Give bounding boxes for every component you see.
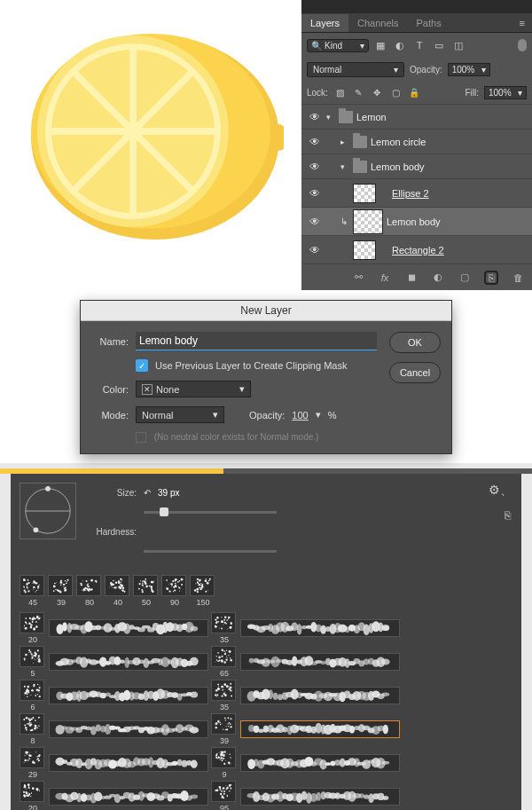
svg-point-674	[35, 752, 36, 753]
cancel-button[interactable]: Cancel	[389, 362, 441, 383]
tab-channels[interactable]: Channels	[348, 14, 407, 32]
brush-preset[interactable]: 90	[161, 575, 188, 607]
lock-label: Lock:	[307, 88, 328, 98]
brush-stroke-preview[interactable]	[49, 619, 208, 637]
mode-select[interactable]: Normal▾	[136, 406, 224, 423]
brush-preset[interactable]: 20	[20, 612, 46, 644]
svg-point-124	[121, 585, 123, 587]
blend-mode-select[interactable]: Normal▾	[307, 62, 404, 77]
lock-artboard-icon[interactable]: ▢	[389, 86, 403, 99]
layer-group-circle[interactable]: 👁 ▸ Lemon circle	[301, 129, 532, 153]
brush-stroke-preview[interactable]	[240, 619, 400, 637]
brush-preset[interactable]: 35	[211, 612, 238, 644]
brush-stroke-preview[interactable]	[240, 788, 400, 806]
brush-stroke-preview[interactable]	[49, 687, 208, 704]
disclosure-icon[interactable]: ▾	[340, 162, 349, 171]
adjustment-layer-icon[interactable]: ◐	[431, 271, 445, 285]
svg-point-668	[24, 759, 27, 762]
layer-group-new-icon[interactable]: ▢	[458, 271, 472, 285]
svg-point-177	[175, 583, 176, 585]
svg-point-410	[249, 658, 254, 664]
filter-shape-icon[interactable]: ▭	[431, 37, 447, 53]
brush-stroke-preview[interactable]	[49, 754, 208, 772]
tab-paths[interactable]: Paths	[408, 14, 450, 32]
visibility-icon[interactable]: 👁	[307, 161, 323, 173]
layer-fx-icon[interactable]: fx	[378, 271, 392, 285]
filter-smart-icon[interactable]: ◫	[450, 37, 466, 53]
layer-mask-icon[interactable]: ◼	[404, 271, 419, 285]
lock-all-icon[interactable]: 🔒	[408, 86, 421, 99]
filter-pixel-icon[interactable]: ▦	[372, 37, 388, 53]
disclosure-icon[interactable]: ▾	[326, 113, 335, 122]
brush-stroke-preview[interactable]	[240, 687, 400, 704]
new-preset-icon[interactable]: ⎘	[505, 509, 511, 522]
brush-preset[interactable]: 65	[211, 646, 238, 678]
filter-toggle[interactable]	[518, 39, 527, 51]
layer-rectangle-2[interactable]: 👁 Rectangle 2	[301, 235, 532, 263]
brush-stroke-preview[interactable]	[240, 653, 400, 671]
brush-preset[interactable]: 35	[211, 680, 238, 712]
delete-layer-icon[interactable]: 🗑	[511, 271, 525, 285]
layer-name-input[interactable]	[136, 332, 377, 350]
brush-preset[interactable]: 40	[105, 575, 131, 607]
size-value[interactable]: 39 px	[158, 488, 179, 498]
visibility-icon[interactable]: 👁	[307, 216, 323, 228]
svg-point-289	[223, 625, 223, 625]
opacity-input[interactable]: 100%▾	[448, 63, 490, 76]
brush-preset[interactable]: 150	[190, 575, 216, 607]
lock-position-icon[interactable]: ✥	[371, 86, 384, 99]
layer-group-lemon[interactable]: 👁 ▾ Lemon	[301, 104, 532, 129]
brush-stroke-preview[interactable]: Dry Brush 1 #2	[240, 720, 400, 738]
brush-preset[interactable]: 20	[20, 781, 46, 810]
brush-stroke-preview[interactable]	[49, 653, 208, 671]
filter-adjust-icon[interactable]: ◐	[392, 37, 408, 53]
brush-preset[interactable]: 6	[20, 680, 46, 712]
tab-layers[interactable]: Layers	[301, 14, 348, 32]
layer-filter-kind[interactable]: 🔍Kind▾	[307, 39, 369, 52]
brush-preset[interactable]: 9	[211, 747, 238, 779]
brush-angle-preview[interactable]	[20, 483, 76, 539]
svg-point-384	[215, 662, 216, 663]
svg-point-743	[219, 752, 220, 753]
disclosure-icon[interactable]: ▸	[340, 138, 349, 146]
visibility-icon[interactable]: 👁	[307, 136, 323, 148]
filter-type-icon[interactable]: T	[411, 37, 427, 53]
brush-stroke-preview[interactable]	[240, 754, 400, 772]
new-layer-icon[interactable]: ⎘	[484, 271, 498, 285]
brush-stroke-preview[interactable]	[49, 788, 208, 806]
fill-input[interactable]: 100%▾	[484, 86, 527, 99]
brush-stroke-preview[interactable]	[49, 720, 208, 738]
svg-point-563	[27, 723, 29, 725]
visibility-icon[interactable]: 👁	[307, 111, 323, 123]
svg-point-278	[221, 617, 222, 618]
brush-preset[interactable]: 39	[211, 713, 238, 745]
layer-lemon-body[interactable]: 👁 ↳ Lemon body	[301, 207, 532, 235]
visibility-icon[interactable]: 👁	[307, 187, 323, 200]
size-slider[interactable]	[144, 511, 277, 514]
lock-transparency-icon[interactable]: ▨	[333, 86, 347, 99]
visibility-icon[interactable]: 👁	[307, 244, 323, 256]
link-layers-icon[interactable]: ⚯	[351, 271, 365, 285]
svg-point-645	[282, 727, 287, 733]
layer-ellipse-2[interactable]: 👁 Ellipse 2	[301, 178, 532, 207]
brush-preset[interactable]: 50	[133, 575, 160, 607]
hardness-slider[interactable]	[144, 550, 277, 553]
clipping-mask-checkbox[interactable]: ✓	[136, 359, 148, 372]
brush-preset[interactable]: 80	[76, 575, 103, 607]
gear-icon[interactable]: ⚙、	[489, 483, 512, 499]
brush-preset[interactable]: 29	[20, 747, 46, 779]
reset-size-icon[interactable]: ↶	[144, 488, 151, 498]
color-select[interactable]: ✕ None▾	[136, 381, 251, 397]
svg-point-738	[229, 754, 230, 755]
lock-pixels-icon[interactable]: ✎	[352, 86, 365, 99]
brush-preset[interactable]: 5	[20, 646, 46, 678]
brush-preset[interactable]: 39	[48, 575, 74, 607]
brush-preset[interactable]: 45	[20, 575, 46, 607]
ok-button[interactable]: OK	[389, 332, 441, 353]
svg-point-311	[320, 625, 326, 634]
panel-menu-icon[interactable]: ≡	[512, 14, 532, 32]
brush-preset[interactable]: 95	[211, 781, 238, 810]
opacity-value-input[interactable]: 100	[292, 410, 308, 421]
brush-preset[interactable]: 8	[20, 713, 46, 745]
layer-group-body[interactable]: 👁 ▾ Lemon body	[301, 153, 532, 178]
